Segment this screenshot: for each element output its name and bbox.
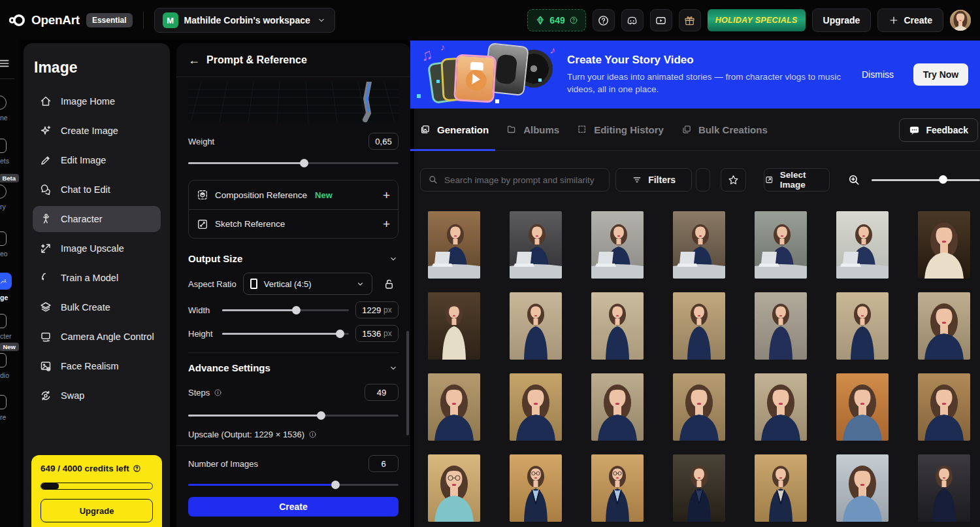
back-arrow-icon[interactable]: ← <box>188 54 200 66</box>
sidebar-item-label: Swap <box>61 390 84 401</box>
sidebar-item-character[interactable]: Character <box>33 206 161 232</box>
gallery-image[interactable] <box>591 454 644 522</box>
height-value[interactable]: 1536px <box>355 325 399 342</box>
weight-slider[interactable] <box>188 159 399 167</box>
create-button-top[interactable]: Create <box>877 8 943 32</box>
gallery-image[interactable] <box>428 211 480 279</box>
reference-row-sketch-reference[interactable]: Sketch Reference+ <box>189 209 398 238</box>
rail-item[interactable]: Betary <box>0 184 20 211</box>
rail-item[interactable]: cter <box>0 314 20 340</box>
banner-dismiss-button[interactable]: Dismiss <box>862 69 894 80</box>
sidebar-item-image-upscale[interactable]: Image Upscale <box>33 235 161 262</box>
discord-button[interactable] <box>621 9 644 31</box>
favorites-button[interactable] <box>721 168 746 192</box>
gallery-image[interactable] <box>836 292 889 360</box>
width-value[interactable]: 1229px <box>355 301 399 318</box>
gallery-image[interactable] <box>755 292 807 360</box>
gallery-image[interactable] <box>755 454 807 522</box>
gallery-image[interactable] <box>836 454 889 522</box>
output-size-header[interactable]: Output Size <box>188 253 399 264</box>
rail-item[interactable]: ge <box>0 273 20 301</box>
gallery-image[interactable] <box>918 373 970 441</box>
sidebar-item-create-image[interactable]: Create Image <box>33 118 161 144</box>
gallery-image[interactable] <box>918 292 970 360</box>
rail-item[interactable]: ets <box>0 139 20 165</box>
steps-value[interactable]: 49 <box>365 384 399 401</box>
gallery-image[interactable] <box>428 373 480 441</box>
search-box[interactable] <box>420 168 610 192</box>
filters-button[interactable]: Filters <box>615 168 693 192</box>
gallery-image[interactable] <box>755 373 807 441</box>
gallery-image[interactable] <box>428 454 480 522</box>
holiday-specials-button[interactable]: HOLIDAY SPECIALS <box>708 9 806 31</box>
gallery-image[interactable] <box>755 211 807 279</box>
num-images-value[interactable]: 6 <box>368 455 399 472</box>
rail-item[interactable]: ne <box>0 95 20 122</box>
gallery-image[interactable] <box>591 292 644 360</box>
user-avatar[interactable] <box>950 10 971 31</box>
width-slider[interactable] <box>222 306 349 314</box>
help-button[interactable] <box>593 9 615 31</box>
gallery-image[interactable] <box>591 373 644 441</box>
add-reference-button[interactable]: + <box>383 218 390 230</box>
gallery-image[interactable] <box>836 373 889 441</box>
gallery-image[interactable] <box>918 454 970 522</box>
rail-badge: Beta <box>0 174 19 182</box>
portrait-graphic <box>428 373 480 441</box>
rail-item[interactable]: eo <box>0 231 20 258</box>
aspect-ratio-dropdown[interactable]: Vertical (4:5) <box>243 273 372 295</box>
youtube-button[interactable] <box>650 9 672 31</box>
sidebar-item-train-a-model[interactable]: Train a Model <box>33 265 161 291</box>
gift-button[interactable] <box>679 9 701 31</box>
upgrade-button[interactable]: Upgrade <box>812 8 872 32</box>
sidebar-item-chat-to-edit[interactable]: Chat to Edit <box>33 177 161 203</box>
gallery-image[interactable] <box>836 211 889 279</box>
gallery-image[interactable] <box>510 292 562 360</box>
sidebar-item-swap[interactable]: Swap <box>33 382 161 409</box>
weight-value[interactable]: 0,65 <box>368 133 399 150</box>
credits-upgrade-button[interactable]: Upgrade <box>41 499 153 522</box>
gallery-image[interactable] <box>673 292 725 360</box>
advance-settings-header[interactable]: Advance Settings <box>188 362 399 373</box>
gallery-image[interactable] <box>673 373 725 441</box>
gallery-image[interactable] <box>510 211 562 279</box>
add-reference-button[interactable]: + <box>383 189 390 201</box>
gallery-image[interactable] <box>673 454 725 522</box>
zoom-in-icon[interactable] <box>847 173 861 187</box>
pose-reference-preview[interactable] <box>188 82 399 122</box>
gallery-image[interactable] <box>591 211 644 279</box>
rail-item[interactable]: Newdio <box>0 353 20 379</box>
menu-icon[interactable] <box>0 56 10 71</box>
gallery-image[interactable] <box>510 373 562 441</box>
steps-slider[interactable] <box>188 411 399 419</box>
workspace-selector[interactable]: M Mathilde Corbin's workspace <box>154 8 335 33</box>
sidebar-item-camera-angle-control[interactable]: Camera Angle Control <box>33 324 161 350</box>
credits-pill[interactable]: 649 <box>527 9 585 31</box>
sidebar-item-edit-image[interactable]: Edit Image <box>33 147 161 173</box>
gallery-image[interactable] <box>428 292 480 360</box>
tab-albums[interactable]: Albums <box>506 124 559 135</box>
thumbnail-size-slider[interactable] <box>872 175 980 184</box>
sidebar-item-image-home[interactable]: Image Home <box>33 88 161 114</box>
collapsed-toolbar-button[interactable] <box>696 168 710 192</box>
height-slider[interactable] <box>222 330 349 337</box>
tab-bulk-creations[interactable]: Bulk Creations <box>681 124 768 135</box>
gallery-image[interactable] <box>918 211 970 279</box>
feedback-button[interactable]: Feedback <box>899 118 978 142</box>
sidebar-item-face-realism[interactable]: Face Realism <box>33 353 161 379</box>
gallery-image[interactable] <box>510 454 562 522</box>
select-image-button[interactable]: Select Image <box>764 168 830 192</box>
tab-generation[interactable]: Generation <box>420 124 489 135</box>
create-generate-button[interactable]: Create <box>188 497 399 517</box>
num-images-slider[interactable] <box>188 481 399 488</box>
rail-item[interactable]: re <box>0 395 20 421</box>
banner-try-now-button[interactable]: Try Now <box>913 63 968 86</box>
gallery-image[interactable] <box>673 211 725 279</box>
aspect-lock-button[interactable] <box>379 274 399 294</box>
sidebar-item-bulk-create[interactable]: Bulk Create <box>33 294 161 320</box>
tab-editing-history[interactable]: Editing History <box>577 124 664 135</box>
panel-scrollbar[interactable] <box>406 331 409 435</box>
openart-logo[interactable]: OpenArt <box>9 12 80 28</box>
reference-row-composition-reference[interactable]: Composition ReferenceNew+ <box>189 180 398 209</box>
search-input[interactable] <box>444 175 602 185</box>
